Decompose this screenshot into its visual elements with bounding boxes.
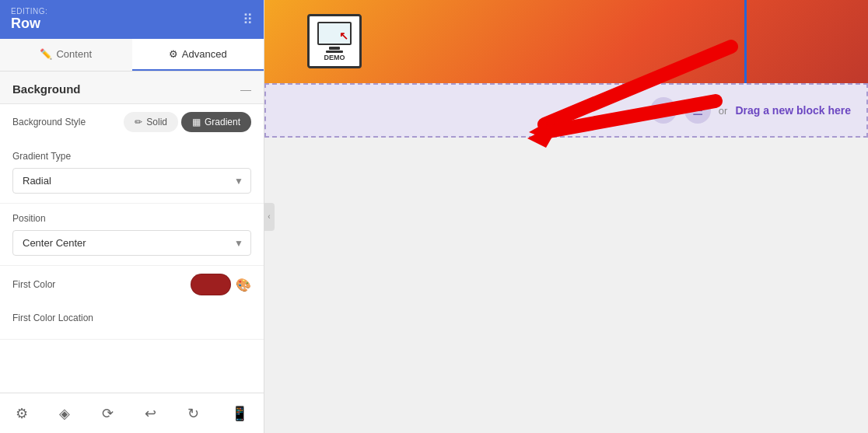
settings-icon[interactable]: ⚙ (9, 402, 34, 425)
bg-style-toggle-group: ✏ Solid ▦ Gradient (124, 112, 251, 132)
background-section-title: Background (12, 82, 81, 96)
drag-block-text[interactable]: Drag a new block here (735, 104, 851, 117)
mobile-icon[interactable]: 📱 (225, 402, 254, 425)
equals-icon[interactable]: ☰ (684, 97, 711, 124)
history-icon[interactable]: ⟳ (96, 402, 120, 425)
color-actions: 🎨 (191, 274, 251, 295)
demo-label: DEMO (324, 54, 345, 61)
gradient-icon: ▦ (192, 117, 201, 127)
editing-name: Row (11, 16, 47, 32)
blue-selection-line (744, 0, 747, 83)
panel-header: EDITING: Row ⠿ (0, 0, 264, 39)
position-label: Position (12, 213, 251, 224)
collapse-handle[interactable]: ‹ (264, 203, 275, 231)
demo-stand (329, 47, 340, 50)
first-color-location-label: First Color Location (12, 313, 251, 323)
solid-button[interactable]: ✏ Solid (124, 112, 178, 132)
position-select-wrapper: Center Center Top Left Top Center Top Ri… (12, 230, 251, 256)
editing-label: EDITING: (11, 7, 47, 16)
sliders-icon: ⚙ (169, 48, 178, 60)
cursor-icon: ↖ (339, 30, 348, 42)
dots-grid-icon[interactable]: ⠿ (243, 11, 253, 28)
pencil-icon-small: ✏ (135, 117, 142, 127)
header-left: EDITING: Row (11, 7, 47, 32)
redo-icon[interactable]: ↻ (181, 402, 205, 425)
left-panel: EDITING: Row ⠿ ✏️ Content ⚙ Advanced Bac… (0, 0, 264, 433)
panel-body: Background — Background Style ✏ Solid ▦ … (0, 72, 264, 393)
first-color-row: First Color 🎨 (0, 266, 264, 303)
tab-content[interactable]: ✏️ Content (0, 39, 132, 71)
first-color-swatch[interactable] (191, 274, 231, 295)
drop-zone: ⊞ ☰ or Drag a new block here (264, 83, 868, 138)
position-select[interactable]: Center Center Top Left Top Center Top Ri… (12, 230, 251, 256)
collapse-icon[interactable]: — (240, 83, 251, 96)
gradient-type-select[interactable]: Radial Linear (12, 168, 251, 194)
tabs: ✏️ Content ⚙ Advanced (0, 39, 264, 72)
gradient-type-label: Gradient Type (12, 151, 251, 162)
gradient-button[interactable]: ▦ Gradient (181, 112, 251, 132)
columns-icon[interactable]: ⊞ (650, 97, 677, 124)
demo-logo: ↖ DEMO (307, 14, 362, 68)
layers-icon[interactable]: ◈ (53, 402, 76, 425)
demo-base (326, 51, 343, 53)
palette-icon[interactable]: 🎨 (236, 278, 251, 292)
bottom-toolbar: ⚙ ◈ ⟳ ↩ ↻ 📱 (0, 393, 264, 433)
gradient-type-row: Gradient Type Radial Linear ▼ (0, 141, 264, 204)
first-color-location-row: First Color Location (0, 303, 264, 340)
undo-icon[interactable]: ↩ (138, 402, 163, 425)
first-color-label: First Color (12, 279, 55, 290)
gradient-type-select-wrapper: Radial Linear ▼ (12, 168, 251, 194)
drop-zone-or-text: or (719, 105, 728, 117)
pencil-icon: ✏️ (40, 48, 52, 60)
canvas-topbar: ↖ DEMO (264, 0, 868, 83)
canvas-rest (264, 138, 868, 433)
background-style-row: Background Style ✏ Solid ▦ Gradient (0, 104, 264, 141)
position-row: Position Center Center Top Left Top Cent… (0, 204, 264, 266)
demo-screen: ↖ (317, 22, 352, 45)
tab-advanced[interactable]: ⚙ Advanced (132, 39, 264, 71)
right-canvas: ↖ DEMO ⊞ ☰ or Drag a new block here (264, 0, 868, 433)
background-section-header: Background — (0, 72, 264, 104)
bg-style-label: Background Style (12, 117, 86, 127)
